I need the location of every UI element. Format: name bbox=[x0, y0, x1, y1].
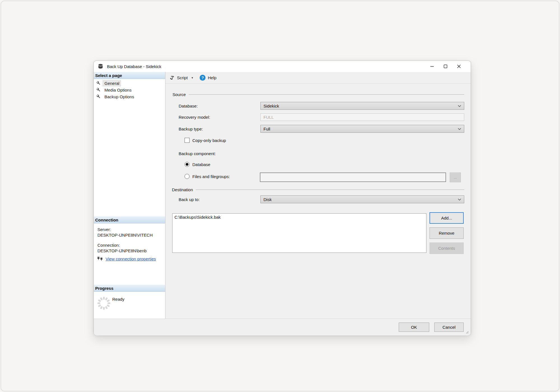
destination-section-header: Destination bbox=[172, 187, 464, 192]
backup-database-dialog: Back Up Database - Sidekick Select a pag… bbox=[94, 60, 471, 335]
recovery-model-value: FULL bbox=[263, 115, 274, 120]
source-section-header: Source bbox=[172, 92, 464, 97]
component-files-radio[interactable] bbox=[185, 174, 190, 179]
sidebar-item-general[interactable]: General bbox=[94, 80, 165, 87]
component-database-radio[interactable] bbox=[185, 162, 190, 167]
backup-component-label: Backup component: bbox=[179, 151, 216, 156]
script-label: Script bbox=[177, 75, 188, 80]
chevron-down-icon bbox=[458, 128, 461, 130]
database-select[interactable]: Sidekick bbox=[260, 102, 464, 110]
backup-paths-listbox[interactable]: C:\Backups\Sidekick.bak bbox=[172, 213, 426, 253]
dialog-footer: OK Cancel bbox=[94, 319, 471, 335]
plug-icon bbox=[97, 256, 104, 261]
server-value: DESKTOP-IJNPE8N\VITECH bbox=[97, 233, 153, 237]
recovery-model-label: Recovery model: bbox=[179, 115, 210, 120]
help-label: Help bbox=[208, 75, 216, 80]
database-label: Database: bbox=[179, 104, 198, 108]
help-button[interactable]: ? Help bbox=[195, 73, 218, 82]
wrench-icon bbox=[96, 94, 101, 99]
browse-button[interactable]: ... bbox=[450, 172, 461, 182]
sidebar-item-label: Backup Options bbox=[103, 94, 136, 99]
close-icon bbox=[457, 64, 461, 68]
progress-status: Ready bbox=[112, 297, 124, 302]
script-button[interactable]: Script ▼ bbox=[168, 73, 195, 82]
source-section-label: Source bbox=[172, 92, 186, 97]
component-database-label: Database bbox=[192, 162, 210, 167]
connection-header: Connection bbox=[94, 216, 165, 223]
back-up-to-select-value: Disk bbox=[263, 197, 272, 202]
sidebar-item-backup-options[interactable]: Backup Options bbox=[94, 93, 165, 100]
connection-value: DESKTOP-IJNPE8N\benb bbox=[97, 248, 147, 253]
backup-type-select-value: Full bbox=[263, 127, 270, 131]
section-divider bbox=[196, 190, 464, 190]
recovery-model-field: FULL bbox=[260, 113, 464, 121]
window-controls bbox=[425, 61, 471, 72]
server-label: Server: bbox=[97, 227, 111, 232]
cancel-button[interactable]: Cancel bbox=[434, 323, 464, 332]
database-select-value: Sidekick bbox=[263, 104, 279, 108]
database-cylinder-icon bbox=[97, 63, 104, 69]
chevron-down-icon bbox=[458, 105, 461, 107]
caret-down-icon[interactable]: ▼ bbox=[191, 76, 193, 79]
wrench-icon bbox=[96, 81, 101, 85]
connection-label: Connection: bbox=[97, 243, 120, 248]
copy-only-backup-checkbox[interactable] bbox=[185, 138, 190, 143]
component-files-label: Files and filegroups: bbox=[192, 174, 230, 179]
contents-button: Contents bbox=[430, 242, 464, 254]
ok-button[interactable]: OK bbox=[399, 323, 429, 332]
help-circle-icon: ? bbox=[200, 75, 206, 81]
copy-only-backup-label: Copy-only backup bbox=[192, 138, 226, 143]
dialog-title: Back Up Database - Sidekick bbox=[107, 64, 161, 69]
minimize-button[interactable] bbox=[425, 61, 439, 72]
main-panel: Script ▼ ? Help Source Database: bbox=[165, 72, 471, 319]
sidebar-item-media-options[interactable]: Media Options bbox=[94, 87, 165, 93]
view-connection-properties-link[interactable]: View connection properties bbox=[106, 256, 156, 261]
spinner-icon bbox=[97, 296, 111, 311]
remove-button[interactable]: Remove bbox=[430, 227, 464, 239]
progress-header: Progress bbox=[94, 285, 165, 292]
maximize-button[interactable] bbox=[439, 61, 452, 72]
dialog-body: Select a page General Media Options bbox=[94, 72, 471, 319]
desktop-background: Back Up Database - Sidekick Select a pag… bbox=[0, 0, 560, 392]
section-divider bbox=[189, 94, 464, 95]
general-page-content: Source Database: Sidekick Recovery model… bbox=[165, 84, 471, 319]
files-filegroups-input[interactable] bbox=[260, 172, 446, 182]
resize-grip-icon[interactable] bbox=[465, 330, 469, 334]
back-up-to-select[interactable]: Disk bbox=[260, 195, 464, 203]
destination-section-label: Destination bbox=[172, 187, 193, 192]
chevron-down-icon bbox=[458, 199, 461, 200]
sidebar: Select a page General Media Options bbox=[94, 72, 165, 319]
sidebar-item-label: Media Options bbox=[103, 87, 133, 93]
minimize-icon bbox=[430, 64, 434, 68]
wrench-icon bbox=[96, 88, 101, 92]
add-button[interactable]: Add... bbox=[430, 212, 464, 224]
back-up-to-label: Back up to: bbox=[179, 197, 200, 202]
title-bar[interactable]: Back Up Database - Sidekick bbox=[94, 61, 471, 72]
maximize-icon bbox=[444, 64, 447, 68]
backup-path-item[interactable]: C:\Backups\Sidekick.bak bbox=[174, 214, 424, 220]
script-scroll-icon bbox=[169, 75, 175, 80]
select-a-page-header: Select a page bbox=[94, 72, 165, 79]
sidebar-item-label: General bbox=[103, 81, 121, 86]
backup-type-label: Backup type: bbox=[179, 127, 203, 131]
toolbar: Script ▼ ? Help bbox=[165, 72, 471, 84]
view-connection-properties-row: View connection properties bbox=[97, 256, 156, 261]
backup-type-select[interactable]: Full bbox=[260, 125, 464, 133]
close-button[interactable] bbox=[452, 61, 466, 72]
